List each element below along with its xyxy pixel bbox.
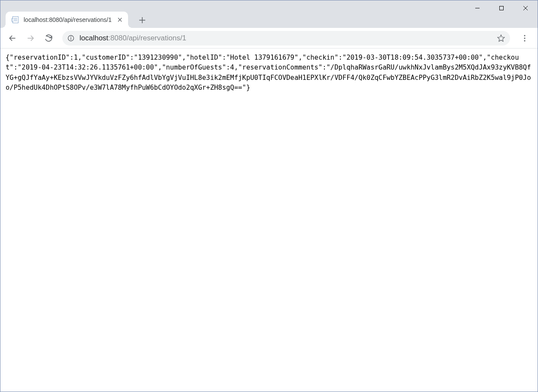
back-button[interactable] — [5, 30, 20, 46]
svg-point-11 — [70, 36, 71, 37]
tab-close-button[interactable] — [116, 16, 124, 24]
maximize-button[interactable] — [489, 0, 514, 16]
svg-rect-1 — [500, 6, 504, 10]
minimize-button[interactable] — [465, 0, 489, 16]
window-controls — [465, 0, 538, 16]
tab-strip: localhost:8080/api/reservations/1 — [0, 10, 149, 28]
tab-title: localhost:8080/api/reservations/1 — [24, 16, 112, 23]
title-bar: localhost:8080/api/reservations/1 — [0, 0, 538, 28]
window-close-button[interactable] — [514, 0, 538, 16]
browser-toolbar: localhost:8080/api/reservations/1 — [0, 28, 538, 49]
svg-marker-13 — [498, 35, 504, 41]
forward-button[interactable] — [23, 30, 38, 46]
svg-point-14 — [524, 35, 525, 36]
url-text: localhost:8080/api/reservations/1 — [79, 34, 491, 43]
reload-button[interactable] — [41, 30, 56, 46]
svg-point-15 — [524, 37, 525, 39]
browser-tab-active[interactable]: localhost:8080/api/reservations/1 — [6, 12, 128, 28]
new-tab-button[interactable] — [136, 14, 149, 27]
site-info-icon[interactable] — [67, 34, 75, 43]
url-port: :8080 — [108, 34, 127, 42]
browser-menu-button[interactable] — [516, 30, 533, 46]
address-bar[interactable]: localhost:8080/api/reservations/1 — [62, 31, 510, 46]
bookmark-button[interactable] — [495, 33, 507, 44]
page-body-text: {"reservationID":1,"customerID":"1391230… — [0, 49, 538, 97]
page-favicon — [12, 16, 19, 24]
url-host: localhost — [79, 34, 108, 42]
svg-rect-12 — [70, 38, 71, 40]
url-path: /api/reservations/1 — [127, 34, 186, 42]
svg-point-16 — [524, 40, 525, 41]
